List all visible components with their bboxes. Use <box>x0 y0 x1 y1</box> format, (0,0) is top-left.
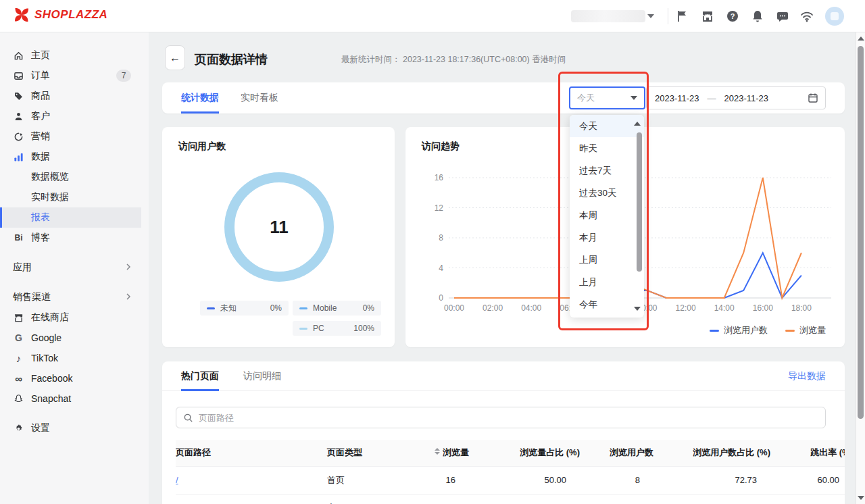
export-data-link[interactable]: 导出数据 <box>788 370 826 382</box>
dropdown-scrollbar-thumb[interactable] <box>637 132 642 272</box>
legend-item-unknown[interactable]: 未知 0% <box>200 301 289 316</box>
sidebar-group-sales-channels[interactable]: 销售渠道 <box>0 287 149 307</box>
col-views[interactable]: 浏览量 <box>422 440 469 466</box>
dropdown-option-last-7-days[interactable]: 过去7天 <box>570 159 644 182</box>
sidebar-item-snapchat[interactable]: Snapchat <box>0 388 149 409</box>
sidebar-item-tiktok[interactable]: ♪ TikTok <box>0 348 149 368</box>
sidebar-item-orders[interactable]: 订单 7 <box>0 66 149 86</box>
sidebar-item-online-store[interactable]: 在线商店 <box>0 307 149 328</box>
date-preset-select[interactable]: 今天 <box>569 86 645 109</box>
legend-item-pc[interactable]: PC 100% <box>293 321 381 336</box>
page-path-search[interactable] <box>176 407 826 428</box>
calendar-icon[interactable] <box>808 93 818 103</box>
legend-label: 浏览量 <box>799 324 826 336</box>
sidebar-subitem-reports[interactable]: 报表 <box>0 207 141 228</box>
date-range-input[interactable]: 2023-11-23 — 2023-11-23 <box>646 86 826 109</box>
sidebar-item-facebook[interactable]: ∞ Facebook <box>0 368 149 388</box>
back-button[interactable]: ← <box>165 45 185 70</box>
sidebar-item-label: TikTok <box>31 353 58 363</box>
legend-label: 未知 <box>220 303 237 314</box>
sidebar-item-analytics[interactable]: 数据 <box>0 147 149 167</box>
dropdown-option-this-week[interactable]: 本周 <box>570 204 644 226</box>
sidebar-subitem-data-overview[interactable]: 数据概览 <box>0 167 149 187</box>
tab-statistics[interactable]: 统计数据 <box>181 82 219 114</box>
visit-users-donut: 11 <box>224 172 334 282</box>
help-icon[interactable]: ? <box>726 9 739 23</box>
table-row: / 首页 16 50.00 8 72.73 60.00 <box>176 466 845 494</box>
cell-users: 1 <box>580 494 653 504</box>
chat-icon[interactable] <box>776 9 789 23</box>
sidebar-item-label: Google <box>31 332 61 343</box>
store-selector-caret-icon[interactable] <box>647 14 654 18</box>
start-date-value[interactable]: 2023-11-23 <box>647 93 708 103</box>
sidebar-item-label: 营销 <box>31 130 50 143</box>
cell-views: 16 <box>422 466 469 494</box>
legend-item-mobile[interactable]: Mobile 0% <box>293 301 381 316</box>
dropdown-option-today[interactable]: 今天 <box>570 115 644 137</box>
bar-chart-icon <box>13 151 24 163</box>
col-users-pct: 浏览用户数占比 (%) <box>653 440 770 466</box>
chevron-right-icon <box>124 293 132 301</box>
dropdown-option-last-30-days[interactable]: 过去30天 <box>570 182 644 204</box>
dropdown-option-this-year[interactable]: 今年 <box>570 293 644 316</box>
dropdown-scroll-up-icon[interactable] <box>634 122 641 126</box>
sidebar-item-google[interactable]: G Google <box>0 328 149 348</box>
shoplazza-logo: SHOPLAZZA <box>14 7 107 23</box>
pages-card: 热门页面 访问明细 导出数据 页面路径 页面类型 浏览量 浏览量占比 (%) 浏… <box>162 361 845 504</box>
dropdown-option-last-month[interactable]: 上月 <box>570 271 644 293</box>
legend-label: Mobile <box>313 303 337 313</box>
tab-hot-pages[interactable]: 热门页面 <box>181 361 219 391</box>
svg-text:8: 8 <box>439 233 443 243</box>
gear-icon <box>13 423 24 434</box>
end-date-value[interactable]: 2023-11-23 <box>716 93 777 103</box>
dropdown-scroll-down-icon[interactable] <box>634 307 641 311</box>
sidebar-item-customers[interactable]: 客户 <box>0 106 149 126</box>
legend-item-view-users[interactable]: 浏览用户数 <box>710 324 768 336</box>
cell-users: 8 <box>580 466 653 494</box>
sidebar-group-apps[interactable]: 应用 <box>0 257 149 278</box>
legend-dash-icon <box>785 330 795 332</box>
tab-realtime-board[interactable]: 实时看板 <box>241 82 278 114</box>
wifi-icon[interactable] <box>800 9 814 23</box>
legend-item-views[interactable]: 浏览量 <box>785 324 826 336</box>
scrollbar-down-icon[interactable] <box>858 496 864 500</box>
cell-views-pct: 50.00 <box>469 466 580 494</box>
dropdown-option-this-month[interactable]: 本月 <box>570 226 644 249</box>
svg-text:18:00: 18:00 <box>791 303 812 313</box>
visit-users-title: 访问用户数 <box>178 141 226 153</box>
sidebar-item-settings[interactable]: 设置 <box>0 418 149 438</box>
avatar[interactable] <box>825 7 844 26</box>
marketing-icon <box>13 131 24 143</box>
page-title: 页面数据详情 <box>195 51 268 68</box>
scrollbar-thumb[interactable] <box>858 46 864 419</box>
person-icon <box>13 111 24 122</box>
sort-icon[interactable] <box>435 448 440 455</box>
table-header-row: 页面路径 页面类型 浏览量 浏览量占比 (%) 浏览用户数 浏览用户数占比 (%… <box>176 440 845 466</box>
visit-users-legend: 未知 0% Mobile 0% PC 100% <box>200 301 381 336</box>
cell-page-type: 首页 <box>327 466 422 494</box>
sidebar-item-home[interactable]: 主页 <box>0 45 149 66</box>
pages-tabbar: 热门页面 访问明细 导出数据 <box>162 361 845 391</box>
cell-bounce: 60.00 <box>770 466 845 494</box>
svg-text:00:00: 00:00 <box>444 303 464 313</box>
dropdown-option-last-week[interactable]: 上周 <box>570 249 644 271</box>
search-input[interactable] <box>199 413 818 423</box>
sidebar-item-products[interactable]: 商品 <box>0 86 149 106</box>
store-selector[interactable] <box>571 10 645 22</box>
visit-users-total: 11 <box>270 217 289 238</box>
page-path-link[interactable]: / <box>176 475 178 485</box>
dropdown-option-yesterday[interactable]: 昨天 <box>570 137 644 159</box>
store-icon[interactable] <box>701 9 714 23</box>
sidebar-subitem-realtime-data[interactable]: 实时数据 <box>0 187 149 207</box>
sidebar-item-blog[interactable]: Bi 博客 <box>0 228 149 248</box>
sidebar-item-marketing[interactable]: 营销 <box>0 126 149 147</box>
col-page-type: 页面类型 <box>327 440 422 466</box>
visit-users-card: 访问用户数 11 未知 0% Mobile 0% PC 100% <box>162 127 395 347</box>
col-bounce: 跳出率 (%) <box>770 440 845 466</box>
svg-text:?: ? <box>731 12 735 20</box>
scrollbar-up-icon[interactable] <box>858 36 864 41</box>
flag-icon[interactable] <box>676 9 689 23</box>
tab-visit-details[interactable]: 访问明细 <box>243 361 281 391</box>
bell-icon[interactable] <box>751 9 764 23</box>
chevron-right-icon <box>124 263 132 271</box>
